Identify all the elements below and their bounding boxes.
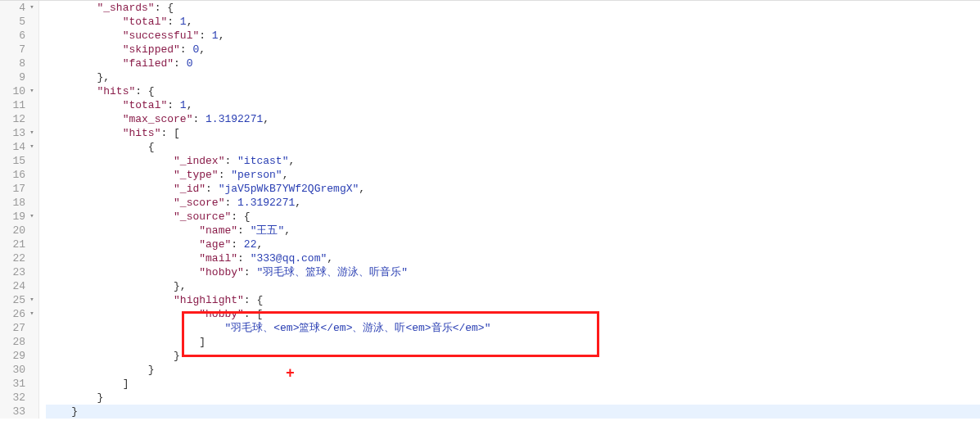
code-line: }: [46, 349, 980, 363]
fold-toggle-icon[interactable]: ▾: [27, 210, 37, 224]
line-number: 24: [2, 279, 25, 293]
code-line: "_type": "person",: [46, 168, 980, 182]
token-key: "_score": [174, 197, 224, 209]
code-line: "_score": 1.3192271,: [46, 196, 980, 210]
gutter-line: 13▾: [0, 126, 38, 140]
token-punct: ]: [123, 378, 129, 390]
line-number: 17: [2, 182, 25, 196]
code-editor[interactable]: 4▾5678910▾111213▾14▾1516171819▾202122232…: [0, 0, 980, 448]
token-str: "jaV5pWkB7YWf2QGremgX": [219, 183, 359, 195]
line-number: 13: [2, 126, 25, 140]
token-punct: : [: [160, 127, 179, 139]
token-punct: ,: [187, 16, 193, 28]
token-punct: ,: [327, 252, 333, 265]
code-line: "_shards": {: [46, 1, 980, 15]
gutter-line: 10▾: [0, 84, 38, 98]
token-num: 1: [180, 16, 187, 28]
line-number: 16: [2, 168, 25, 182]
token-punct: }: [97, 391, 103, 404]
gutter-line: 28: [0, 335, 38, 349]
code-line: "hobby": "羽毛球、篮球、游泳、听音乐": [46, 265, 980, 279]
token-str: "person": [231, 169, 282, 181]
fold-toggle-icon[interactable]: ▾: [27, 307, 37, 321]
gutter-line: 4▾: [0, 1, 38, 15]
code-content[interactable]: "_shards": { "total": 1, "successful": 1…: [39, 1, 980, 419]
token-key: "hobby": [199, 266, 244, 278]
fold-toggle-icon[interactable]: ▾: [27, 293, 37, 307]
token-key: "_source": [174, 210, 231, 223]
fold-toggle-icon[interactable]: ▾: [27, 126, 37, 140]
code-line: "hits": [: [46, 126, 980, 140]
token-key: "total": [123, 99, 168, 111]
fold-toggle-icon[interactable]: ▾: [27, 1, 37, 15]
gutter-line: 18: [0, 196, 38, 210]
token-punct: },: [174, 280, 187, 292]
code-line: "hobby": [: [46, 307, 980, 321]
code-line: "_id": "jaV5pWkB7YWf2QGremgX",: [46, 182, 980, 196]
line-number: 5: [2, 15, 25, 29]
token-punct: :: [224, 197, 237, 209]
code-line: "failed": 0: [46, 57, 980, 70]
token-num: 0: [187, 57, 193, 70]
line-number: 14: [2, 140, 25, 154]
line-number: 20: [2, 224, 25, 238]
gutter-line: 17: [0, 182, 38, 196]
gutter-line: 11: [0, 98, 38, 112]
token-punct: :: [199, 29, 212, 42]
token-punct: {: [148, 141, 155, 153]
token-punct: }: [148, 364, 155, 376]
token-punct: ,: [284, 224, 291, 237]
gutter-line: 16: [0, 168, 38, 182]
token-key: "highlight": [174, 294, 244, 306]
gutter-line: 25▾: [0, 293, 38, 307]
token-punct: :: [174, 57, 187, 70]
gutter-line: 15: [0, 154, 38, 168]
token-punct: ,: [187, 99, 193, 111]
token-punct: },: [97, 71, 110, 84]
token-punct: :: [167, 16, 180, 28]
gutter-line: 5: [0, 15, 38, 29]
line-number: 8: [2, 57, 25, 70]
gutter-line: 26▾: [0, 307, 38, 321]
token-key: "age": [199, 238, 231, 251]
token-punct: : {: [155, 2, 174, 14]
line-number: 30: [2, 363, 25, 377]
token-punct: :: [192, 113, 205, 125]
token-key: "name": [199, 224, 237, 237]
token-punct: :: [180, 43, 193, 56]
line-number-gutter: 4▾5678910▾111213▾14▾1516171819▾202122232…: [0, 1, 39, 419]
code-line: }: [46, 391, 980, 405]
token-key: "hobby": [199, 308, 244, 320]
gutter-line: 33: [0, 405, 38, 419]
token-punct: : {: [231, 210, 250, 223]
token-str: "羽毛球、篮球、游泳、听音乐": [256, 266, 408, 278]
line-number: 4: [2, 1, 25, 15]
line-number: 7: [2, 43, 25, 57]
token-key: "_type": [174, 169, 219, 181]
line-number: 9: [2, 70, 25, 84]
gutter-line: 19▾: [0, 210, 38, 224]
code-line: {: [46, 140, 980, 154]
token-punct: :: [167, 99, 180, 111]
line-number: 11: [2, 98, 25, 112]
code-line: ]: [46, 377, 980, 391]
token-punct: ,: [199, 43, 205, 56]
code-line: "_index": "itcast",: [46, 154, 980, 168]
token-punct: : {: [244, 294, 263, 306]
token-punct: ,: [263, 113, 269, 125]
fold-toggle-icon[interactable]: ▾: [27, 140, 37, 154]
gutter-line: 12: [0, 112, 38, 126]
gutter-line: 32: [0, 391, 38, 405]
fold-toggle-icon[interactable]: ▾: [27, 84, 37, 98]
token-punct: :: [237, 252, 251, 265]
code-line: },: [46, 70, 980, 84]
code-line: "mail": "333@qq.com",: [46, 251, 980, 265]
gutter-line: 6: [0, 29, 38, 43]
token-key: "hits": [97, 85, 135, 97]
token-punct: }: [71, 405, 78, 418]
line-number: 26: [2, 307, 25, 321]
token-key: "skipped": [123, 43, 180, 56]
token-str: "王五": [251, 224, 285, 237]
token-punct: :: [237, 224, 251, 237]
line-number: 23: [2, 265, 25, 279]
